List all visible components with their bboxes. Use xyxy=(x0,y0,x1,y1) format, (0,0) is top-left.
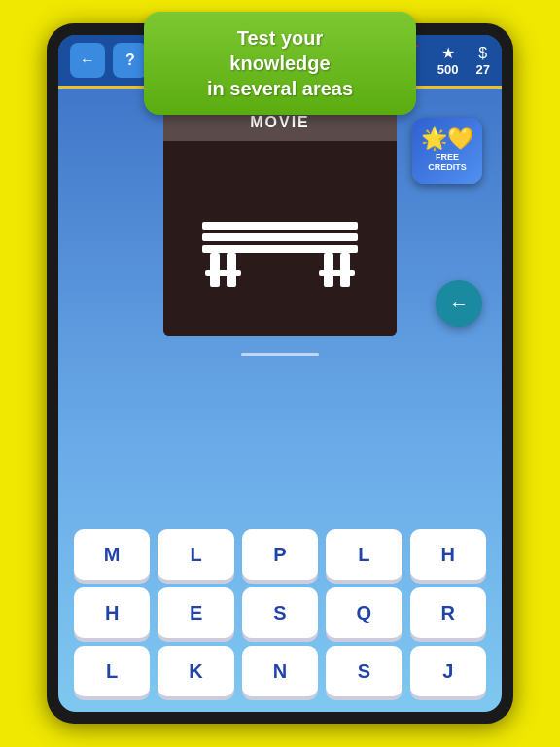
letter-button[interactable]: K xyxy=(158,646,233,696)
letter-button[interactable]: R xyxy=(410,587,486,638)
letter-button[interactable]: M xyxy=(74,529,150,580)
badge-text: FREECREDITS xyxy=(428,152,467,173)
dollar-value: 27 xyxy=(476,62,490,77)
letter-button[interactable]: H xyxy=(74,587,150,638)
help-button[interactable]: ? xyxy=(113,43,148,78)
free-credits-badge[interactable]: 🌟💛 FREECREDITS xyxy=(412,118,482,184)
svg-rect-0 xyxy=(202,222,358,230)
svg-rect-1 xyxy=(202,233,358,241)
letter-button[interactable]: Q xyxy=(326,587,402,638)
svg-rect-6 xyxy=(340,253,350,287)
star-value: 500 xyxy=(438,62,459,77)
svg-rect-8 xyxy=(319,270,355,276)
letter-button[interactable]: L xyxy=(326,529,402,580)
dollar-icon: $ xyxy=(478,45,487,62)
letter-button[interactable]: J xyxy=(410,646,486,696)
device-frame: ← ? ↺ 🚩 2 ★ 500 $ 27 xyxy=(47,23,513,724)
letter-button[interactable]: S xyxy=(326,646,402,696)
device-screen: ← ? ↺ 🚩 2 ★ 500 $ 27 xyxy=(58,35,502,712)
movie-image xyxy=(163,141,397,336)
svg-rect-5 xyxy=(324,253,333,287)
letter-button[interactable]: E xyxy=(158,587,233,638)
letter-grid: MLPLHHESQRLKNSJ xyxy=(58,521,502,712)
star-stat: ★ 500 xyxy=(438,44,459,77)
answer-area xyxy=(241,353,319,356)
dollar-stat: $ 27 xyxy=(476,45,490,77)
letter-button[interactable]: N xyxy=(242,646,318,696)
float-back-button[interactable]: ← xyxy=(436,280,482,327)
letter-button[interactable]: L xyxy=(74,646,150,696)
letter-button[interactable]: P xyxy=(242,529,318,580)
back-button[interactable]: ← xyxy=(70,43,105,78)
bench-icon xyxy=(192,180,368,297)
main-content: MOVIE xyxy=(58,89,502,521)
letter-button[interactable]: L xyxy=(158,529,233,580)
movie-card: MOVIE xyxy=(163,104,397,336)
letter-button[interactable]: H xyxy=(410,529,486,580)
promo-banner: Test your knowledge in several areas xyxy=(144,12,416,115)
svg-rect-7 xyxy=(205,270,241,276)
letter-button[interactable]: S xyxy=(242,587,318,638)
svg-rect-4 xyxy=(227,253,236,287)
banner-text: Test your knowledge in several areas xyxy=(175,25,385,101)
svg-rect-2 xyxy=(202,245,358,253)
badge-coins-icon: 🌟💛 xyxy=(421,128,473,150)
star-icon: ★ xyxy=(441,44,455,62)
svg-rect-3 xyxy=(210,253,220,287)
answer-line xyxy=(241,353,319,356)
